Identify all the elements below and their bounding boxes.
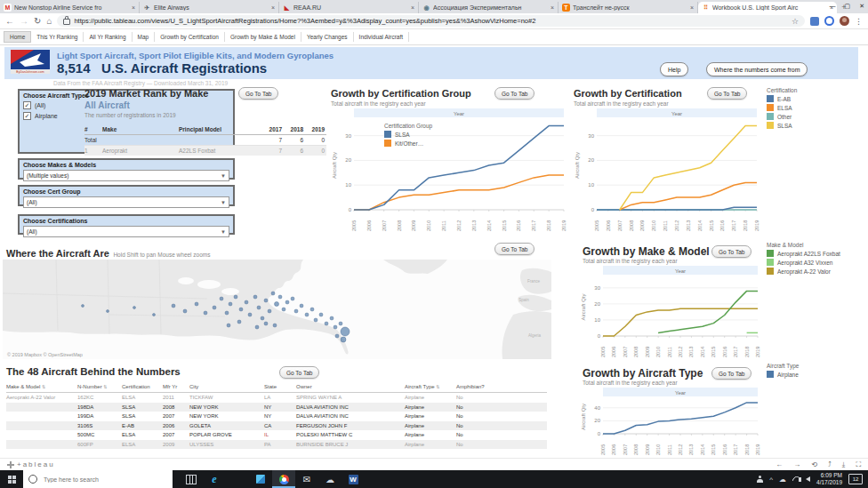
download-icon[interactable]: ⤓ <box>842 460 846 469</box>
legend-item[interactable]: Aeroprakt A22LS Foxbat <box>767 250 866 257</box>
column-header[interactable]: City <box>189 384 264 389</box>
makes-models-dropdown[interactable]: (Multiple values) ▼ <box>23 170 229 181</box>
browser-tab[interactable]: ✈Elite Airways× <box>140 2 279 13</box>
column-header[interactable]: Mfr Yr <box>163 384 189 389</box>
redo-icon[interactable]: → <box>793 460 800 469</box>
address-bar[interactable]: https://public.tableau.com/views/U_S_Lig… <box>57 15 805 27</box>
forward-icon[interactable]: → <box>20 17 28 26</box>
fullscreen-icon[interactable]: ⛶ <box>856 460 861 469</box>
tab-close-icon[interactable]: × <box>551 4 554 11</box>
sheet-tab-individual-aircraft[interactable]: Individual Aircraft <box>354 32 410 42</box>
sheet-tab-growth-by-make-model[interactable]: Growth by Make & Model <box>225 32 301 42</box>
certifications-dropdown[interactable]: (All) ▼ <box>23 226 229 237</box>
extension-icon-2[interactable] <box>824 16 834 26</box>
onedrive-cloud-icon[interactable]: ☁ <box>779 476 786 484</box>
tableau-logo[interactable]: +ableau <box>7 460 55 468</box>
legend-item[interactable]: ELSA <box>767 104 866 111</box>
aircraft-map[interactable]: FranceSpainAlgeria <box>3 260 551 359</box>
sheet-tab-all-yr-ranking[interactable]: All Yr Ranking <box>84 32 132 42</box>
help-button[interactable]: Help <box>660 62 688 76</box>
browser-tab[interactable]: ◉Ассоциация Экспериментальн× <box>419 2 559 13</box>
column-header[interactable]: State <box>264 384 296 389</box>
volume-icon[interactable] <box>806 476 810 482</box>
chrome-icon[interactable] <box>272 470 295 488</box>
bookmark-star-icon[interactable]: ☆ <box>792 17 799 26</box>
go-to-tab-button[interactable]: Go To Tab <box>279 366 319 379</box>
table-row[interactable]: Total760 <box>84 135 326 146</box>
cert-group-dropdown[interactable]: (All) ▼ <box>23 196 229 208</box>
go-to-tab-button[interactable]: Go To Tab <box>707 87 747 100</box>
search-input[interactable] <box>42 476 167 484</box>
legend-item[interactable]: Aeroprakt A-22 Valor <box>767 268 866 275</box>
start-button[interactable] <box>0 470 23 488</box>
growth-by-aircraft-type-chart[interactable]: Year020402005200620072008200920102011201… <box>580 388 763 457</box>
sheet-tab-this-yr-ranking[interactable]: This Yr Ranking <box>31 32 84 42</box>
reload-icon[interactable]: ↻ <box>34 17 41 26</box>
table-row[interactable]: 600FPELSA2009ULYSSESPABURNSIDE BRUCE JAi… <box>6 440 547 450</box>
sheet-tab-growth-by-certification[interactable]: Growth by Certification <box>155 32 225 42</box>
legend-item[interactable]: Airplane <box>767 371 866 378</box>
sort-icon[interactable]: ⇅ <box>103 384 107 389</box>
numbers-source-button[interactable]: Where the numbers come from <box>706 62 808 76</box>
edge-icon[interactable]: e <box>203 470 226 488</box>
column-header[interactable]: Amphibian? <box>456 384 504 389</box>
revert-icon[interactable]: ⟲ <box>811 460 817 469</box>
tab-close-icon[interactable]: × <box>132 4 135 11</box>
tab-close-icon[interactable]: × <box>411 4 414 11</box>
go-to-tab-button[interactable]: Go To Tab <box>711 367 751 380</box>
column-header[interactable]: Make & Model ⇅ <box>6 384 77 389</box>
table-row[interactable]: 1AeropraktA22LS Foxbat760 <box>84 146 326 156</box>
url-text[interactable]: https://public.tableau.com/views/U_S_Lig… <box>74 17 787 25</box>
minimize-button[interactable]: — <box>830 3 836 9</box>
sort-icon[interactable]: ⇅ <box>436 384 439 389</box>
table-row[interactable]: 199DASLSA2007NEW YORKNYDALVA AVIATION IN… <box>6 412 547 421</box>
growth-by-make-model-chart[interactable]: Year010203020052006200720082009201020112… <box>580 266 763 359</box>
column-header[interactable]: Owner <box>296 384 405 389</box>
go-to-tab-button[interactable]: Go To Tab <box>711 245 751 258</box>
browser-tab[interactable]: MNew Nonstop Airline Service fro× <box>0 2 140 13</box>
go-to-tab-button[interactable]: Go To Tab <box>238 87 278 100</box>
extension-icon[interactable] <box>810 17 819 26</box>
table-row[interactable]: Aeroprakt A-22 Valor162KCELSA2011TICKFAW… <box>6 393 547 403</box>
onedrive-icon[interactable]: ☁ <box>318 470 342 488</box>
legend-item[interactable]: Kit/Other… <box>384 140 432 147</box>
column-header[interactable]: Certification <box>122 384 163 389</box>
legend-item[interactable]: Other <box>767 113 866 120</box>
growth-by-cert-group-chart[interactable]: Year010203020052006200720082009201020112… <box>331 108 569 233</box>
file-explorer-icon[interactable] <box>226 470 249 488</box>
checkbox-icon[interactable]: ✓ <box>23 101 31 109</box>
browser-tab[interactable]: ⠿Workbook U.S. Light Sport Airc× <box>698 2 837 13</box>
close-button[interactable]: ✕ <box>859 3 864 10</box>
table-row[interactable]: 500MCELSA2007POPLAR GROVEILPOLESKI MATTH… <box>6 430 547 440</box>
mail-icon[interactable]: ✉ <box>295 470 318 488</box>
chevron-up-icon[interactable]: ^ <box>769 476 773 484</box>
column-header[interactable]: Aircraft Type ⇅ <box>405 384 456 389</box>
table-row[interactable]: 3106SE-AB2006GOLETACAFERGUSON JOHN FAirp… <box>6 421 547 431</box>
legend-item[interactable]: E-AB <box>767 95 866 102</box>
share-icon[interactable]: ⤴ <box>828 460 832 469</box>
market-rank-table[interactable]: #MakePrincipal Model201720182019Total760… <box>84 124 326 156</box>
checkbox-icon[interactable]: ✓ <box>23 112 31 120</box>
browser-tab[interactable]: ◣REAA.RU× <box>279 2 419 13</box>
sheet-tab-home[interactable]: Home <box>4 31 31 43</box>
maximize-button[interactable]: ▢ <box>845 3 851 10</box>
legend-item[interactable]: Aeroprakt A32 Vixxen <box>767 259 866 266</box>
column-header[interactable]: N-Number ⇅ <box>77 384 122 389</box>
people-icon[interactable] <box>756 476 763 483</box>
table-row[interactable]: 198DASLSA2008NEW YORKNYDALVA AVIATION IN… <box>6 403 547 412</box>
sheet-tab-yearly-changes[interactable]: Yearly Changes <box>301 32 354 42</box>
browser-tab[interactable]: ТТранслейт не-русск× <box>559 2 698 13</box>
go-to-tab-button[interactable]: Go To Tab <box>494 87 534 100</box>
undo-icon[interactable]: ← <box>776 460 783 469</box>
home-icon[interactable]: ⌂ <box>46 17 52 26</box>
go-to-tab-button[interactable]: Go To Tab <box>494 243 534 255</box>
tab-close-icon[interactable]: × <box>271 4 275 11</box>
back-icon[interactable]: ← <box>5 17 14 26</box>
taskbar-clock[interactable]: 6:09 PM 4/17/2019 <box>816 472 842 486</box>
photos-icon[interactable] <box>249 470 272 488</box>
sort-icon[interactable]: ⇅ <box>42 384 45 389</box>
task-view-icon[interactable] <box>180 470 203 488</box>
action-center-icon[interactable]: 12 <box>848 474 863 484</box>
word-icon[interactable]: W <box>342 470 365 488</box>
browser-menu-icon[interactable]: ⋮ <box>855 17 863 26</box>
